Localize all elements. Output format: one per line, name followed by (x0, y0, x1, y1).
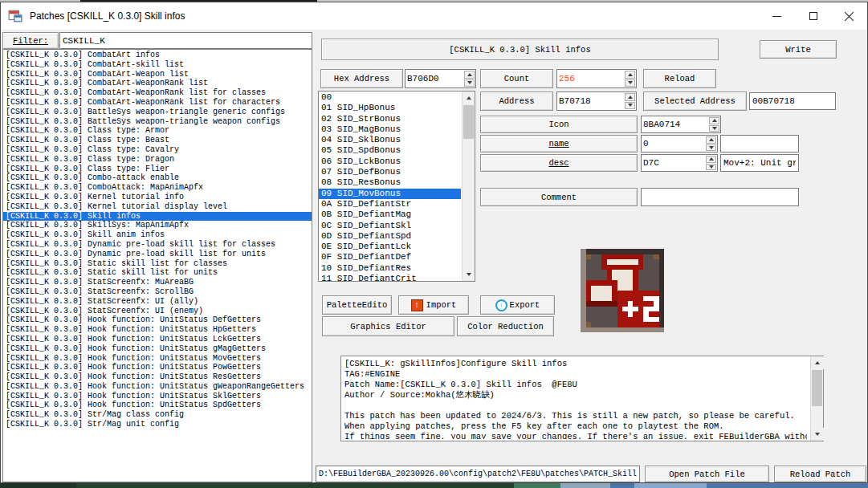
scroll-thumb[interactable] (812, 370, 822, 406)
desc-text-input[interactable] (720, 154, 799, 172)
filter-input[interactable] (59, 32, 312, 49)
list-item[interactable]: [CSKILL_K 0.3.0] Class type: Cavalry (3, 145, 312, 155)
list-item[interactable]: [CSKILL_K 0.3.0] Static skill list for u… (3, 268, 312, 278)
selected-address-input[interactable] (749, 92, 836, 110)
list-item[interactable]: [CSKILL_K 0.3.0] Hook function: UnitStat… (3, 335, 312, 344)
list-item[interactable]: 05 SID_SpdBonus (319, 145, 461, 156)
list-item[interactable]: [CSKILL_K 0.3.0] StatScreenfx: MuAreaBG (3, 278, 312, 287)
count-spinner[interactable] (556, 69, 637, 88)
list-item[interactable]: [CSKILL_K 0.3.0] ComboAttack: MapAnimApf… (3, 183, 312, 193)
hex-address-spinner[interactable] (405, 69, 476, 88)
list-item[interactable]: [CSKILL_K 0.3.0] Dynamic pre-load skill … (3, 240, 312, 250)
reload-patch-button[interactable]: Reload Patch (774, 466, 866, 482)
filter-button[interactable]: Filter: (2, 32, 59, 49)
comment-input[interactable] (641, 188, 799, 206)
list-item[interactable]: [CSKILL_K 0.3.0] Class type: Beast (3, 136, 312, 145)
list-item[interactable]: 01 SID_HpBonus (319, 103, 461, 113)
list-item[interactable]: [CSKILL_K 0.3.0] Hook function: UnitStat… (3, 325, 312, 335)
desc-spinner[interactable] (641, 154, 718, 172)
graphics-editor-button[interactable]: Graphics Editor (322, 316, 454, 336)
list-item[interactable]: [CSKILL_K 0.3.0] Class type: Dragon (3, 155, 312, 165)
list-item[interactable]: [CSKILL_K 0.3.0] Hook function: UnitStat… (3, 392, 312, 401)
desc-spin-up-icon[interactable] (706, 156, 716, 163)
list-item[interactable]: [CSKILL_K 0.3.0] Hook function: UnitStat… (3, 344, 312, 354)
export-button[interactable]: ↓ Export (480, 295, 555, 315)
desc-spin-down-icon[interactable] (706, 164, 716, 171)
import-button[interactable]: ↑ Import (398, 295, 469, 315)
icon-spin-up-icon[interactable] (709, 117, 719, 124)
sid-list-scrollbar[interactable] (462, 92, 475, 281)
list-item[interactable]: [CSKILL_K 0.3.0] CombatArt-WeaponRank li… (3, 88, 312, 98)
list-item[interactable]: [CSKILL_K 0.3.0] SkillSys: MapAnimApfx (3, 221, 312, 230)
list-item[interactable]: [CSKILL_K 0.3.0] CombatArt-Weapon list (3, 70, 312, 79)
sid-list[interactable]: 0001 SID_HpBonus02 SID_StrBonus03 SID_Ma… (319, 92, 461, 281)
list-item[interactable]: 09 SID_MovBonus (319, 189, 461, 199)
address-spinner[interactable] (556, 92, 637, 111)
list-item[interactable]: [CSKILL_K 0.3.0] StatScreenfx: ScrollBG (3, 287, 312, 297)
list-item[interactable]: 00 (319, 92, 461, 103)
comment-label[interactable]: Comment (480, 188, 638, 206)
list-item[interactable]: 0D SID_DefiantSpd (319, 231, 461, 242)
color-reduction-button[interactable]: Color Reduction (457, 316, 554, 336)
count-input[interactable] (557, 70, 624, 87)
hex-address-spin-up-icon[interactable] (464, 71, 475, 79)
list-item[interactable]: 08 SID_ResBonus (319, 177, 461, 188)
close-button[interactable] (831, 2, 867, 30)
palette-editor-button[interactable]: PaletteEdito (322, 295, 392, 315)
icon-spin-down-icon[interactable] (709, 125, 719, 132)
write-button[interactable]: Write (760, 40, 837, 59)
list-item[interactable]: [CSKILL_K 0.3.0] CombatArt infos (3, 51, 312, 60)
list-item[interactable]: [CSKILL_K 0.3.0] Str/Mag class config (3, 410, 312, 420)
list-item[interactable]: [CSKILL_K 0.3.0] Hook function: UnitStat… (3, 382, 312, 392)
list-item[interactable]: [CSKILL_K 0.3.0] Str/Mag unit config (3, 420, 312, 429)
scroll-down-icon[interactable] (463, 268, 475, 281)
scroll-thumb[interactable] (463, 105, 474, 139)
list-item[interactable]: 02 SID_StrBonus (319, 114, 461, 124)
list-item[interactable]: 06 SID_LckBonus (319, 157, 461, 167)
scroll-up-icon[interactable] (811, 356, 824, 369)
list-item[interactable]: [CSKILL_K 0.3.0] Hook function: UnitStat… (3, 354, 312, 364)
name-text-input[interactable] (720, 135, 799, 152)
count-spin-down-icon[interactable] (625, 79, 635, 87)
patch-path-input[interactable] (316, 466, 640, 482)
name-spin-down-icon[interactable] (706, 144, 716, 152)
list-item[interactable]: [CSKILL_K 0.3.0] StatScreenfx: UI (ally) (3, 297, 312, 307)
list-item[interactable]: [CSKILL_K 0.3.0] BattleSys weapon-triang… (3, 108, 312, 117)
list-item[interactable]: 10 SID_DefiantRes (319, 263, 461, 274)
name-input[interactable] (642, 136, 705, 152)
name-spin-up-icon[interactable] (706, 136, 716, 144)
minimize-button[interactable] (759, 2, 795, 30)
hex-address-label[interactable]: Hex Address (320, 69, 403, 88)
address-spin-up-icon[interactable] (625, 93, 635, 101)
list-item[interactable]: [CSKILL_K 0.3.0] Hook function: UnitStat… (3, 372, 312, 382)
patch-info-box[interactable]: [CSKILL_K: gSkillInfos]Configure Skill i… (340, 356, 824, 441)
open-patch-file-button[interactable]: Open Patch File (645, 466, 769, 482)
list-item[interactable]: [CSKILL_K 0.3.0] Combo-attack enable (3, 173, 312, 183)
desc-input[interactable] (642, 155, 705, 171)
hex-address-spin-down-icon[interactable] (464, 79, 475, 87)
selected-address-label[interactable]: Selected Address (643, 92, 747, 111)
icon-input[interactable] (642, 116, 708, 132)
info-scrollbar[interactable] (810, 356, 823, 441)
list-item[interactable]: [CSKILL_K 0.3.0] Hook function: UnitStat… (3, 363, 312, 372)
name-field-label[interactable]: name (480, 135, 638, 152)
list-item[interactable]: 04 SID_SklBonus (319, 135, 461, 145)
sid-listbox[interactable]: 0001 SID_HpBonus02 SID_StrBonus03 SID_Ma… (318, 91, 475, 282)
list-item[interactable]: 0E SID_DefiantLck (319, 242, 461, 252)
list-item[interactable]: [CSKILL_K 0.3.0] CombatArt-WeaponRank li… (3, 79, 312, 88)
list-item[interactable]: [CSKILL_K 0.3.0] Static skill list for c… (3, 259, 312, 269)
patch-list[interactable]: [CSKILL_K 0.3.0] CombatArt infos[CSKILL_… (2, 49, 312, 482)
list-item[interactable]: [CSKILL_K 0.3.0] StatScreenfx: UI (enemy… (3, 307, 312, 316)
list-item[interactable]: [CSKILL_K 0.3.0] Kernel tutorial info (3, 193, 312, 202)
list-item[interactable]: [CSKILL_K 0.3.0] CombatArt-WeaponRank li… (3, 98, 312, 108)
list-item[interactable]: [CSKILL_K 0.3.0] Skill infos (3, 212, 312, 222)
list-item[interactable]: [CSKILL_K 0.3.0] Kernel tutorial display… (3, 202, 312, 212)
list-item[interactable]: 0B SID_DefiantMag (319, 209, 461, 220)
scroll-up-icon[interactable] (463, 92, 475, 104)
maximize-button[interactable] (795, 2, 831, 30)
list-item[interactable]: 03 SID_MagBonus (319, 124, 461, 135)
list-item[interactable]: [CSKILL_K 0.3.0] BattleSys weapon-triang… (3, 117, 312, 127)
count-label[interactable]: Count (480, 69, 553, 88)
title-bar[interactable]: Patches [CSKILL_K 0.3.0] Skill infos (1, 2, 867, 30)
count-spin-up-icon[interactable] (625, 71, 635, 79)
